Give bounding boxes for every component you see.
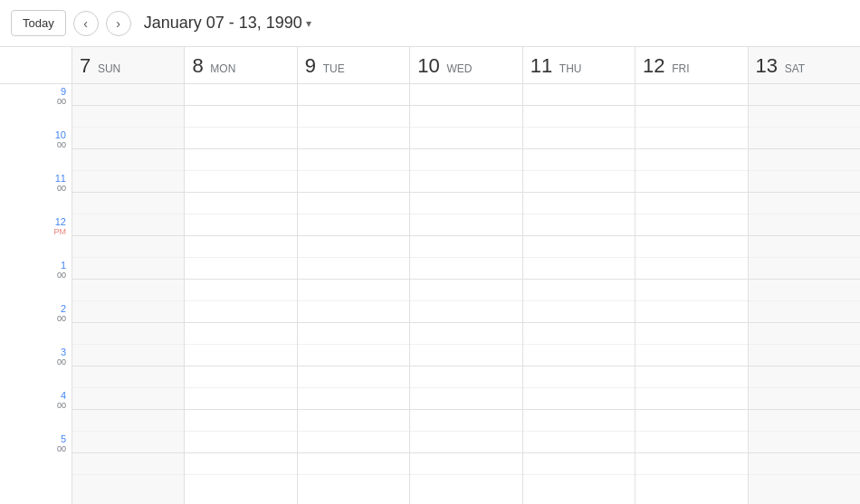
time-slot-9am: 9 00 — [0, 84, 72, 128]
day-name-sat: Sat — [785, 62, 805, 75]
time-slot-10am: 10 00 — [0, 128, 72, 171]
day-name-sun: Sun — [98, 62, 120, 75]
day-col-thu[interactable] — [523, 84, 635, 504]
min-label-2: 00 — [57, 314, 66, 323]
time-gutter-header — [0, 47, 72, 83]
toolbar: Today ‹ › January 07 - 13, 1990 ▾ — [0, 0, 860, 47]
day-num-7: 7 — [80, 54, 91, 77]
min-label-4: 00 — [57, 401, 66, 410]
hour-label-5: 5 — [57, 433, 66, 444]
day-header-thu: 11 Thu — [523, 47, 635, 83]
hour-label-11: 11 — [55, 173, 66, 184]
hour-label-1: 1 — [57, 260, 66, 271]
grid-body: 9 00 10 00 11 00 12 — [0, 84, 860, 504]
day-col-sat[interactable] — [749, 84, 860, 504]
min-label-3: 00 — [57, 357, 66, 366]
min-label-11: 00 — [55, 184, 66, 193]
time-slot-2pm: 2 00 — [0, 301, 72, 345]
time-slot-3pm: 3 00 — [0, 345, 72, 388]
day-name-tue: Tue — [323, 62, 345, 75]
min-label-12: PM — [54, 227, 67, 236]
day-col-sun[interactable] — [72, 84, 185, 504]
min-label-5: 00 — [57, 444, 66, 453]
today-button[interactable]: Today — [11, 10, 66, 36]
min-label-9: 00 — [57, 97, 66, 106]
hour-label-3: 3 — [57, 347, 66, 357]
calendar-container: 7 Sun 8 Mon 9 Tue 10 Wed 11 Thu 12 Fri 1… — [0, 47, 860, 504]
hour-label-2: 2 — [57, 303, 66, 314]
time-slot-11am: 11 00 — [0, 171, 72, 214]
day-num-8: 8 — [192, 54, 203, 77]
day-name-fri: Fri — [672, 62, 689, 75]
hour-label-4: 4 — [57, 390, 66, 401]
day-num-12: 12 — [643, 54, 664, 77]
day-col-fri[interactable] — [635, 84, 748, 504]
day-name-mon: Mon — [210, 62, 235, 75]
day-col-wed[interactable] — [410, 84, 522, 504]
next-button[interactable]: › — [106, 11, 131, 36]
day-num-10: 10 — [417, 54, 439, 77]
dropdown-arrow-icon: ▾ — [306, 17, 311, 30]
min-label-1: 00 — [57, 271, 66, 280]
day-headers: 7 Sun 8 Mon 9 Tue 10 Wed 11 Thu 12 Fri 1… — [0, 47, 860, 84]
day-num-11: 11 — [530, 54, 552, 77]
time-slot-1pm: 1 00 — [0, 258, 72, 301]
day-header-wed: 10 Wed — [410, 47, 522, 83]
min-label-10: 00 — [55, 140, 66, 149]
time-slot-12pm: 12 PM — [0, 214, 72, 258]
hour-label-9: 9 — [57, 86, 66, 97]
days-grid — [72, 84, 860, 504]
hour-label-10: 10 — [55, 129, 66, 140]
day-name-thu: Thu — [559, 62, 582, 75]
time-slot-4pm: 4 00 — [0, 388, 72, 432]
day-num-9: 9 — [305, 54, 316, 77]
date-range-label: January 07 - 13, 1990 — [144, 14, 302, 33]
day-header-sat: 13 Sat — [749, 47, 860, 83]
time-slot-5pm: 5 00 — [0, 432, 72, 475]
day-header-tue: 9 Tue — [298, 47, 410, 83]
day-header-mon: 8 Mon — [185, 47, 297, 83]
hour-label-12: 12 — [54, 216, 67, 227]
day-header-sun: 7 Sun — [72, 47, 185, 83]
prev-button[interactable]: ‹ — [73, 11, 99, 36]
day-col-tue[interactable] — [298, 84, 410, 504]
date-range-button[interactable]: January 07 - 13, 1990 ▾ — [139, 10, 317, 36]
day-header-fri: 12 Fri — [635, 47, 748, 83]
day-name-wed: Wed — [446, 62, 472, 75]
day-col-mon[interactable] — [185, 84, 297, 504]
day-num-13: 13 — [756, 54, 778, 77]
time-gutter: 9 00 10 00 11 00 12 — [0, 84, 72, 504]
